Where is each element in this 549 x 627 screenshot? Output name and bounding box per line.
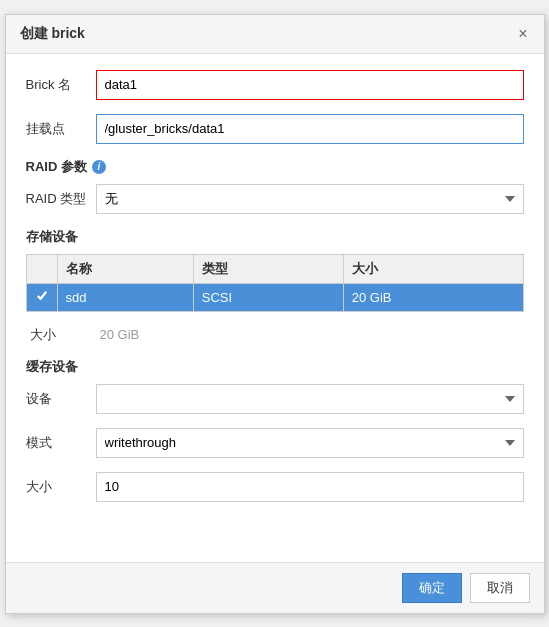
table-header-size: 大小 [343, 254, 523, 283]
table-cell-name: sdd [57, 283, 193, 311]
dialog-header: 创建 brick × [6, 15, 544, 54]
confirm-button[interactable]: 确定 [402, 573, 462, 603]
table-header-type: 类型 [193, 254, 343, 283]
cache-mode-row: 模式 writethrough [26, 428, 524, 458]
table-cell-size: 20 GiB [343, 283, 523, 311]
storage-size-label: 大小 [30, 326, 100, 344]
close-button[interactable]: × [516, 26, 529, 42]
dialog-title: 创建 brick [20, 25, 85, 43]
cache-mode-select[interactable]: writethrough [96, 428, 524, 458]
cache-device-select[interactable] [96, 384, 524, 414]
brick-name-input[interactable] [96, 70, 524, 100]
storage-size-value: 20 GiB [100, 327, 140, 342]
cache-section: 缓存设备 设备 模式 writethrough 大小 [26, 358, 524, 502]
cache-size-row: 大小 [26, 472, 524, 502]
table-row[interactable]: sdd SCSI 20 GiB [26, 283, 523, 311]
table-header-checkbox [26, 254, 57, 283]
raid-type-select[interactable]: 无 [96, 184, 524, 214]
raid-type-label: RAID 类型 [26, 190, 96, 208]
storage-table: 名称 类型 大小 sdd SCSI 20 GiB [26, 254, 524, 312]
brick-name-row: Brick 名 [26, 70, 524, 100]
cache-section-title: 缓存设备 [26, 358, 524, 376]
raid-type-row: RAID 类型 无 [26, 184, 524, 214]
table-header-name: 名称 [57, 254, 193, 283]
mount-point-label: 挂载点 [26, 120, 96, 138]
cache-device-label: 设备 [26, 390, 96, 408]
mount-point-input[interactable] [96, 114, 524, 144]
table-cell-type: SCSI [193, 283, 343, 311]
cache-mode-label: 模式 [26, 434, 96, 452]
cache-size-label: 大小 [26, 478, 96, 496]
cancel-button[interactable]: 取消 [470, 573, 530, 603]
storage-checkbox[interactable] [35, 289, 49, 303]
dialog-body: Brick 名 挂载点 RAID 参数 i RAID 类型 无 存储设备 [6, 54, 544, 562]
raid-section-title: RAID 参数 i [26, 158, 524, 176]
create-brick-dialog: 创建 brick × Brick 名 挂载点 RAID 参数 i RAID 类型… [5, 14, 545, 614]
storage-section-title: 存储设备 [26, 228, 524, 246]
storage-section: 存储设备 名称 类型 大小 sdd S [26, 228, 524, 312]
mount-point-row: 挂载点 [26, 114, 524, 144]
table-cell-checkbox [26, 283, 57, 311]
brick-name-label: Brick 名 [26, 76, 96, 94]
cache-device-row: 设备 [26, 384, 524, 414]
dialog-footer: 确定 取消 [6, 562, 544, 613]
raid-info-icon[interactable]: i [92, 160, 106, 174]
storage-size-row: 大小 20 GiB [26, 326, 524, 344]
cache-size-input[interactable] [96, 472, 524, 502]
raid-section: RAID 参数 i RAID 类型 无 [26, 158, 524, 214]
